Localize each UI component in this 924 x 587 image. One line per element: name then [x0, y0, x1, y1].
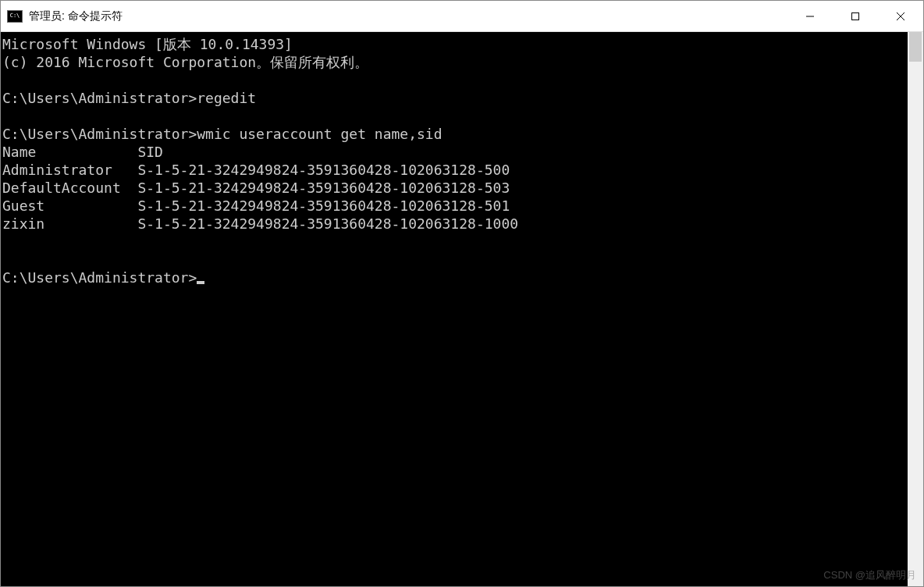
cursor [197, 281, 204, 284]
account-sid: S-1-5-21-3242949824-3591360428-102063128… [137, 215, 518, 232]
column-header-sid: SID [137, 144, 163, 160]
terminal-area: Microsoft Windows [版本 10.0.14393] (c) 20… [1, 32, 923, 586]
account-name: zixin [2, 215, 44, 232]
close-button[interactable] [878, 1, 923, 31]
close-icon [896, 12, 905, 21]
scrollbar[interactable] [908, 32, 923, 586]
window-title: 管理员: 命令提示符 [29, 9, 787, 23]
command-input: wmic useraccount get name,sid [197, 126, 442, 142]
svg-rect-1 [852, 12, 859, 20]
minimize-icon [805, 12, 815, 21]
maximize-icon [851, 12, 860, 21]
cmd-icon: C:\ [7, 10, 23, 23]
command-input: regedit [197, 90, 256, 106]
prompt: C:\Users\Administrator> [2, 90, 197, 106]
account-name: Guest [2, 197, 44, 214]
account-sid: S-1-5-21-3242949824-3591360428-102063128… [137, 180, 510, 196]
column-header-name: Name [2, 144, 36, 160]
maximize-button[interactable] [833, 1, 878, 31]
cmd-window: C:\ 管理员: 命令提示符 Microsoft Windows [版本 10.… [0, 0, 924, 587]
terminal-output[interactable]: Microsoft Windows [版本 10.0.14393] (c) 20… [1, 32, 908, 586]
account-name: Administrator [2, 162, 112, 178]
window-controls [787, 1, 923, 31]
banner-line: (c) 2016 Microsoft Corporation。保留所有权利。 [2, 54, 368, 70]
minimize-button[interactable] [787, 1, 833, 31]
scrollbar-thumb[interactable] [909, 32, 922, 62]
account-sid: S-1-5-21-3242949824-3591360428-102063128… [137, 197, 510, 214]
titlebar[interactable]: C:\ 管理员: 命令提示符 [1, 1, 923, 32]
prompt: C:\Users\Administrator> [2, 269, 197, 286]
account-name: DefaultAccount [2, 180, 121, 196]
banner-line: Microsoft Windows [版本 10.0.14393] [2, 36, 293, 52]
prompt: C:\Users\Administrator> [2, 126, 197, 142]
account-sid: S-1-5-21-3242949824-3591360428-102063128… [137, 162, 510, 178]
